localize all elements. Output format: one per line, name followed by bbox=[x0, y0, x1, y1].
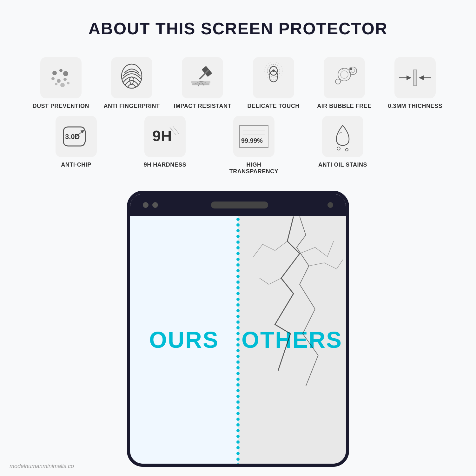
svg-point-20 bbox=[272, 69, 275, 72]
divider-dot bbox=[236, 326, 240, 329]
svg-point-3 bbox=[51, 77, 55, 80]
fingerprint-icon bbox=[117, 62, 146, 94]
divider-dot bbox=[236, 429, 240, 432]
divider-dot bbox=[236, 241, 240, 244]
svg-point-24 bbox=[340, 71, 348, 78]
divider-dot bbox=[236, 423, 240, 426]
9h-hardness-label: 9H HARDNESS bbox=[144, 162, 187, 168]
feature-high-transparency: 99.99% HIGH TRANSPARENCY bbox=[222, 116, 286, 175]
phone-frame: OURS OTHERS bbox=[127, 191, 349, 467]
svg-point-7 bbox=[60, 83, 65, 87]
divider-dot bbox=[236, 298, 240, 301]
divider-dot bbox=[236, 418, 240, 421]
svg-point-43 bbox=[337, 147, 340, 150]
divider-dot bbox=[236, 338, 240, 341]
feature-9h-hardness: 9H 9H HARDNESS bbox=[133, 116, 197, 168]
ours-label: OURS bbox=[149, 327, 219, 353]
divider-dot bbox=[236, 452, 240, 455]
divider-dot bbox=[236, 389, 240, 392]
divider-dot bbox=[236, 400, 240, 404]
feature-anti-chip: 3.0D ANTI-CHIP bbox=[44, 116, 108, 168]
divider-dot bbox=[236, 458, 240, 461]
delicate-touch-label: DELICATE TOUCH bbox=[247, 103, 299, 109]
divider-dot bbox=[236, 355, 240, 358]
features-row-1: DUST PREVENTION ANTI FINGERPRINT bbox=[25, 57, 451, 109]
feature-dust-prevention: DUST PREVENTION bbox=[29, 57, 93, 109]
oil-icon-box bbox=[322, 116, 363, 157]
feature-anti-oil-stains: ANTI OIL STAINS bbox=[311, 116, 374, 168]
feature-air-bubble-free: AIR BUBBLE FREE bbox=[313, 57, 376, 109]
divider-dot bbox=[236, 412, 240, 415]
anti-oil-stains-label: ANTI OIL STAINS bbox=[318, 162, 367, 168]
divider-dot bbox=[236, 292, 240, 295]
top-camera bbox=[327, 202, 333, 208]
divider-dot bbox=[236, 435, 240, 438]
divider-line bbox=[237, 216, 239, 464]
svg-point-28 bbox=[335, 79, 340, 84]
divider-dot bbox=[236, 321, 240, 324]
touch-icon bbox=[259, 62, 288, 94]
thickness-label: 0.3MM THICHNESS bbox=[388, 103, 443, 109]
svg-text:99.99%: 99.99% bbox=[241, 137, 263, 144]
divider-dot bbox=[236, 360, 240, 364]
divider-dot bbox=[236, 406, 240, 409]
feature-impact-resistant: IMPACT RESISTANT bbox=[171, 57, 234, 109]
divider-dot bbox=[236, 258, 240, 261]
dust-icon-box bbox=[40, 57, 82, 98]
svg-point-44 bbox=[346, 149, 348, 151]
features-row-2: 3.0D ANTI-CHIP 9H bbox=[25, 116, 451, 175]
page-wrapper: ABOUT THIS SCREEN PROTECTOR bbox=[0, 0, 476, 476]
dust-prevention-label: DUST PREVENTION bbox=[32, 103, 89, 109]
divider-dot bbox=[236, 218, 240, 221]
svg-line-38 bbox=[173, 126, 179, 134]
chip-icon-box: 3.0D bbox=[56, 116, 97, 157]
svg-point-6 bbox=[55, 83, 57, 85]
chip-icon: 3.0D bbox=[59, 121, 94, 152]
others-label: OTHERS bbox=[241, 327, 342, 353]
divider-dot bbox=[236, 395, 240, 398]
divider-dot bbox=[236, 303, 240, 307]
svg-rect-33 bbox=[413, 70, 417, 86]
divider-dot bbox=[236, 246, 240, 249]
svg-text:3.0D: 3.0D bbox=[65, 133, 80, 141]
fingerprint-icon-box bbox=[111, 57, 152, 98]
svg-point-4 bbox=[57, 79, 61, 83]
divider-dot bbox=[236, 463, 240, 466]
top-dot-1 bbox=[143, 202, 149, 208]
hammer-icon bbox=[187, 63, 218, 92]
air-bubble-free-label: AIR BUBBLE FREE bbox=[317, 103, 372, 109]
divider-dot bbox=[236, 309, 240, 312]
oil-icon bbox=[328, 121, 357, 152]
transparency-icon: 99.99% bbox=[235, 121, 273, 152]
transparency-icon-box: 99.99% bbox=[233, 116, 274, 157]
phone-body: OURS OTHERS bbox=[130, 216, 346, 464]
svg-point-8 bbox=[67, 82, 69, 84]
right-half: OTHERS bbox=[238, 216, 346, 464]
top-dot-2 bbox=[152, 202, 158, 208]
divider-dot bbox=[236, 366, 240, 369]
high-transparency-label: HIGH TRANSPARENCY bbox=[222, 162, 286, 175]
left-half: OURS bbox=[130, 216, 238, 464]
hardness-icon-box: 9H bbox=[144, 116, 186, 157]
svg-point-5 bbox=[63, 78, 67, 81]
divider-dot bbox=[236, 269, 240, 272]
divider-dot bbox=[236, 315, 240, 318]
watermark: modelhumanminimalis.co bbox=[10, 463, 74, 470]
svg-point-2 bbox=[63, 71, 68, 76]
svg-text:9H: 9H bbox=[152, 128, 172, 144]
divider-dot bbox=[236, 263, 240, 267]
divider-dot bbox=[236, 349, 240, 352]
svg-point-23 bbox=[338, 68, 351, 81]
divider-dot bbox=[236, 229, 240, 232]
top-speaker bbox=[211, 202, 268, 208]
divider-dot bbox=[236, 281, 240, 284]
feature-anti-fingerprint: ANTI FINGERPRINT bbox=[100, 57, 163, 109]
touch-icon-box bbox=[253, 57, 294, 98]
features-grid: DUST PREVENTION ANTI FINGERPRINT bbox=[25, 57, 451, 175]
top-dots bbox=[143, 202, 158, 208]
divider-dot bbox=[236, 440, 240, 444]
bubble-icon-box bbox=[324, 57, 365, 98]
svg-point-0 bbox=[52, 71, 57, 75]
divider-dot bbox=[236, 378, 240, 381]
svg-point-1 bbox=[59, 69, 63, 72]
